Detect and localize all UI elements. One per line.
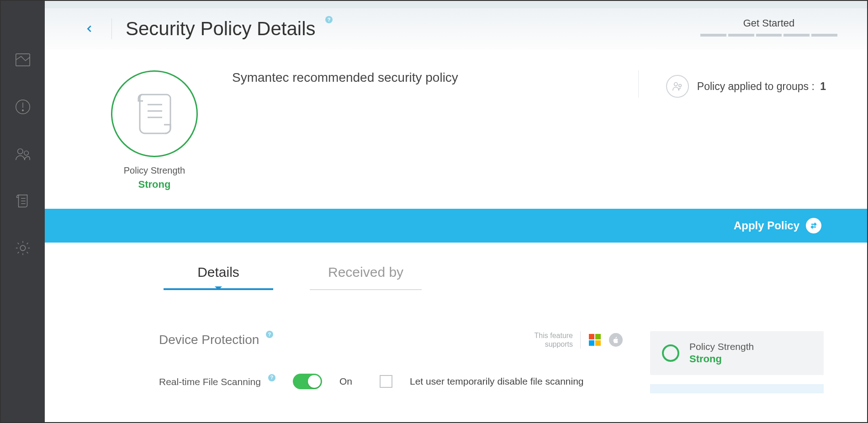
section-title: Device Protection [159, 333, 259, 347]
progress-seg [756, 34, 782, 37]
policy-strength-label: Policy Strength [109, 165, 200, 176]
strength-card: Policy Strength Strong [650, 331, 824, 375]
get-started-label: Get Started [700, 11, 837, 34]
sidebar [1, 1, 45, 422]
svg-point-14 [679, 84, 682, 87]
details-left: Device Protection ? This feature support… [159, 331, 623, 389]
svg-point-13 [674, 83, 677, 86]
section-header: Device Protection ? This feature support… [159, 331, 623, 349]
strength-card-title: Policy Strength [689, 341, 754, 352]
supports-line1: This feature [535, 331, 573, 340]
dashboard-icon [14, 51, 32, 69]
nav-settings[interactable] [1, 237, 45, 259]
applied-count: 1 [820, 80, 826, 92]
policy-strength-block: Policy Strength Strong [109, 70, 200, 190]
toggle-realtime-scanning[interactable] [293, 374, 322, 389]
swap-arrows-icon [809, 221, 818, 230]
progress-seg [728, 34, 754, 37]
apple-icon [609, 333, 623, 347]
tab-details[interactable]: Details [164, 264, 273, 290]
section-title-wrap: Device Protection ? [159, 333, 273, 347]
title-divider [111, 18, 112, 39]
apply-policy-label: Apply Policy [734, 219, 799, 232]
checkbox-label: Let user temporarily disable file scanni… [410, 376, 584, 387]
strength-card-value: Strong [689, 353, 754, 365]
gear-icon [14, 239, 32, 257]
setting-label: Real-time File Scanning ? [159, 376, 275, 387]
main-content: Security Policy Details ? Get Started [45, 1, 867, 422]
setting-label-text: Real-time File Scanning [159, 376, 261, 387]
svg-point-5 [24, 151, 29, 155]
nav-policies[interactable] [1, 190, 45, 212]
apply-policy-bar[interactable]: Apply Policy [45, 209, 867, 243]
progress-seg [700, 34, 726, 37]
nav-alerts[interactable] [1, 96, 45, 118]
strength-ring-icon [662, 344, 679, 362]
help-icon[interactable]: ? [325, 16, 333, 23]
info-card [650, 384, 824, 393]
policy-description: Symantec recommended security policy [200, 70, 638, 85]
alert-icon [14, 98, 32, 116]
policy-applied-text: Policy applied to groups : 1 [697, 80, 826, 93]
supports-text: This feature supports [535, 331, 581, 349]
policy-strength-circle [111, 70, 198, 157]
svg-rect-0 [16, 54, 30, 66]
windows-icon [588, 333, 602, 347]
groups-circle-icon [666, 75, 689, 98]
page-title-text: Security Policy Details [126, 18, 315, 39]
title-bar: Security Policy Details ? Get Started [45, 8, 867, 49]
toggle-state-label: On [339, 376, 362, 387]
tabs: Details Received by [45, 243, 867, 290]
feature-supports: This feature supports [535, 331, 623, 349]
document-scroll-icon [134, 90, 175, 138]
nav-groups[interactable] [1, 143, 45, 165]
policy-icon [14, 192, 32, 210]
people-icon [672, 80, 683, 92]
applied-label: Policy applied to groups : [697, 80, 815, 92]
progress-seg [783, 34, 810, 37]
top-band [45, 1, 867, 8]
supports-line2: supports [535, 340, 573, 349]
svg-point-9 [20, 245, 25, 250]
help-icon[interactable]: ? [266, 331, 273, 338]
checkbox-allow-user-disable[interactable] [380, 375, 392, 388]
details-section: Device Protection ? This feature support… [45, 290, 867, 393]
chevron-left-icon [85, 25, 94, 33]
svg-point-3 [22, 110, 24, 111]
policy-summary: Policy Strength Strong Symantec recommen… [45, 49, 867, 209]
groups-icon [14, 145, 32, 163]
policy-applied-info: Policy applied to groups : 1 [638, 70, 826, 98]
page-title: Security Policy Details ? [126, 18, 333, 40]
get-started-panel[interactable]: Get Started [700, 11, 837, 37]
progress-seg [811, 34, 837, 37]
svg-point-4 [18, 149, 23, 154]
tab-received-by[interactable]: Received by [310, 264, 422, 290]
setting-realtime-scanning: Real-time File Scanning ? On Let user te… [159, 374, 623, 389]
strength-card-text: Policy Strength Strong [689, 341, 754, 365]
apply-policy-icon [806, 218, 821, 233]
back-button[interactable] [81, 21, 98, 37]
help-icon[interactable]: ? [268, 374, 275, 381]
get-started-progress [700, 34, 837, 37]
details-right: Policy Strength Strong [650, 331, 824, 393]
nav-dashboard[interactable] [1, 49, 45, 71]
policy-strength-value: Strong [109, 179, 200, 190]
